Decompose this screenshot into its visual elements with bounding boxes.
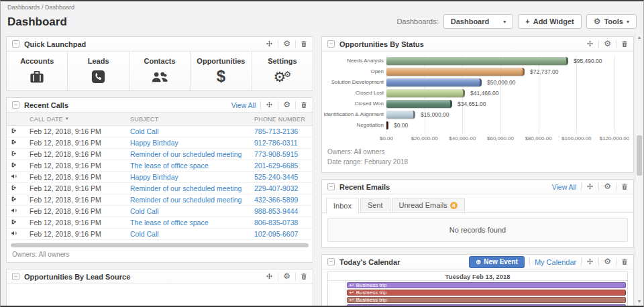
lead-source-chart-body (7, 284, 313, 307)
subject-link[interactable]: Happy Birthday (130, 173, 178, 181)
move-icon[interactable] (266, 273, 273, 280)
launchpad-item-opportunities[interactable]: Opportunities$ (191, 52, 252, 90)
delete-icon[interactable] (301, 273, 307, 280)
tab-inbox[interactable]: Inbox (326, 198, 359, 213)
view-all-link[interactable]: View All (552, 183, 577, 191)
move-icon[interactable] (266, 101, 273, 109)
phone-cell: 102-095-6607 (250, 229, 313, 240)
gear-icon[interactable]: ⚙ (604, 183, 611, 190)
widget-header: − Opportunities By Status ⚙ (322, 37, 633, 52)
phone-link[interactable]: 785-713-2136 (254, 127, 298, 135)
collapse-icon[interactable]: − (12, 273, 19, 280)
phone-link[interactable]: 806-835-0738 (254, 219, 298, 227)
calendar-time-gutter (328, 281, 345, 307)
add-widget-button[interactable]: + Add Widget (518, 14, 581, 29)
reply-arrow-icon: ↩ (350, 282, 354, 288)
subject-link[interactable]: Cold Call (130, 127, 159, 135)
subject-link[interactable]: Reminder of our scheduled meeting (130, 184, 241, 192)
gear-icon[interactable]: ⚙ (283, 101, 290, 109)
subject-link[interactable]: The lease of office space (130, 219, 209, 227)
subject-link[interactable]: Cold Call (130, 230, 159, 238)
phone-cell: 432-366-5899 (250, 194, 313, 206)
phone-link[interactable]: 229-407-9032 (254, 184, 298, 192)
vertical-scrollbar[interactable]: ▲ ▼ (635, 34, 643, 306)
collapse-icon[interactable]: − (12, 40, 19, 48)
phone-link[interactable]: 201-629-6685 (254, 162, 298, 170)
calendar-event[interactable]: ↩Business trip (347, 297, 626, 303)
table-row: Feb 12, 2018, 9:16 PMHappy Birthday912-7… (7, 137, 313, 149)
call-date-cell: Feb 12, 2018, 9:16 PM (25, 126, 126, 137)
recent-calls-table: CALL DATE▼ SUBJECT PHONE NUMBER Feb 12, … (7, 113, 313, 240)
widget-actions: ⚙ (266, 40, 307, 48)
tab-label: Sent (368, 201, 383, 209)
move-icon[interactable] (586, 258, 594, 265)
delete-icon[interactable] (621, 183, 628, 190)
widget-actions: ⚙ (586, 40, 628, 48)
phone-square-icon (68, 68, 128, 85)
phone-link[interactable]: 432-366-5899 (254, 196, 298, 204)
collapse-icon[interactable]: − (327, 183, 335, 190)
tab-sent[interactable]: Sent (360, 198, 390, 212)
move-icon[interactable] (586, 40, 594, 48)
phone-link[interactable]: 912-786-0311 (254, 139, 298, 147)
gear-icon[interactable]: ⚙ (283, 273, 290, 280)
calendar-event[interactable]: ↩Standup meeting (347, 304, 626, 307)
tools-button[interactable]: ⚙ Tools ▾ (586, 14, 637, 29)
call-date-column-header[interactable]: CALL DATE▼ (25, 113, 126, 126)
subject-link[interactable]: Cold Call (130, 207, 159, 215)
phone-number-column-header[interactable]: PHONE NUMBER (250, 113, 313, 126)
gear-icon[interactable]: ⚙ (283, 40, 290, 48)
widget-header: − Quick Launchpad ⚙ (7, 37, 313, 52)
launchpad-item-accounts[interactable]: Accounts (7, 52, 68, 90)
table-row: Feb 12, 2018, 9:16 PMReminder of our sch… (7, 149, 313, 160)
scroll-up-icon[interactable]: ▲ (635, 34, 643, 42)
subject-link[interactable]: The lease of office space (130, 162, 209, 170)
delete-icon[interactable] (621, 258, 628, 265)
gear-icon[interactable]: ⚙ (604, 40, 611, 48)
phone-cell: 525-240-3445 (250, 172, 313, 183)
collapse-icon[interactable]: − (327, 40, 335, 48)
collapse-icon[interactable]: − (12, 101, 19, 109)
subject-link[interactable]: Reminder of our scheduled meeting (130, 196, 241, 204)
breadcrumb[interactable]: Dashboards / Dashboard (1, 1, 643, 13)
widget-title: Opportunities By Lead Source (24, 273, 130, 281)
unread-count-badge: 4 (450, 202, 458, 209)
my-calendar-link[interactable]: My Calendar (535, 258, 576, 266)
dashboard-select[interactable]: Dashboard ▾ (443, 14, 513, 29)
direction-column-header (7, 113, 25, 126)
subject-link[interactable]: Happy Birthday (130, 139, 178, 147)
collapse-icon[interactable]: − (327, 258, 335, 265)
delete-icon[interactable] (301, 40, 307, 48)
tab-unread-emails[interactable]: Unread Emails4 (392, 198, 465, 212)
subject-column-header[interactable]: SUBJECT (126, 113, 250, 126)
x-axis-tick-label: $40,000.00 (449, 135, 476, 141)
launchpad-item-contacts[interactable]: Contacts (129, 52, 191, 90)
bar (386, 57, 568, 65)
subject-link[interactable]: Reminder of our scheduled meeting (130, 150, 241, 158)
delete-icon[interactable] (301, 101, 307, 109)
bar (386, 78, 482, 86)
widget-header: − Opportunities By Lead Source ⚙ (7, 269, 313, 284)
widget-quick-launchpad: − Quick Launchpad ⚙ AccountsLeadsContact… (6, 36, 313, 91)
phone-link[interactable]: 102-095-6607 (254, 230, 298, 238)
launchpad-item-settings[interactable]: Settings⚙⚙ (252, 52, 313, 90)
view-all-link[interactable]: View All (231, 101, 256, 109)
widget-title: Recent Calls (24, 101, 68, 109)
chart-footer: Owners: All owners Date range: February … (322, 144, 633, 172)
phone-link[interactable]: 988-853-9444 (254, 207, 298, 215)
scrollbar-thumb[interactable] (637, 135, 642, 176)
launchpad-item-leads[interactable]: Leads (68, 52, 129, 90)
move-icon[interactable] (266, 40, 273, 48)
new-event-button[interactable]: ⊕ New Event (469, 256, 525, 268)
calendar-event[interactable]: ↩Business trip (347, 282, 626, 288)
call-date-cell: Feb 12, 2018, 9:16 PM (25, 137, 126, 149)
phone-link[interactable]: 525-240-3445 (254, 173, 298, 181)
phone-cell: 201-629-6685 (250, 160, 313, 172)
phone-link[interactable]: 773-908-5915 (254, 150, 298, 158)
gear-icon[interactable]: ⚙ (604, 258, 611, 265)
delete-icon[interactable] (621, 40, 628, 48)
scroll-down-icon[interactable]: ▼ (635, 298, 643, 306)
calendar-event[interactable]: ↩Business trip (347, 290, 626, 296)
move-icon[interactable] (586, 183, 594, 190)
widget-actions: ⊕ New Event My Calendar ⚙ (469, 256, 628, 268)
